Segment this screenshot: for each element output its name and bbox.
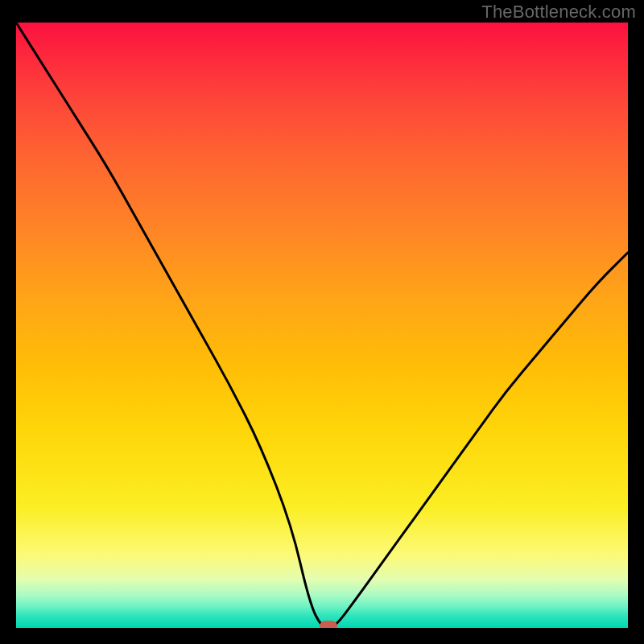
curve-path [16,23,628,628]
watermark-label: TheBottleneck.com [481,2,636,23]
bottleneck-curve [16,23,628,628]
plot-area [16,23,628,628]
chart-frame: TheBottleneck.com [0,0,644,644]
bottleneck-marker-icon [320,621,337,628]
